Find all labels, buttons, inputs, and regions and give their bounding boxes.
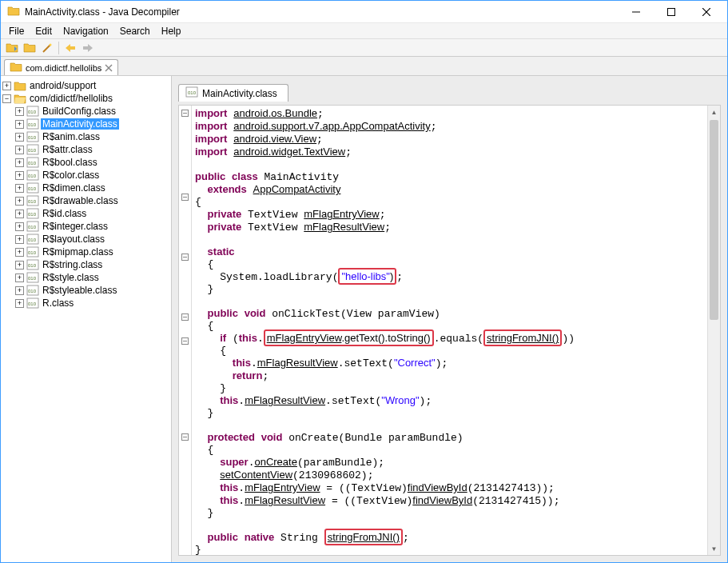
fold-toggle[interactable] [179,191,191,203]
expand-icon[interactable]: + [15,222,24,231]
expand-icon[interactable]: + [15,197,24,206]
expand-icon[interactable]: + [15,107,24,116]
fold-toggle [179,419,191,431]
tree-class-item[interactable]: +010R$integer.class [1,220,171,233]
open-button[interactable] [4,41,20,55]
back-button[interactable] [62,41,78,55]
window-title: MainActivity.class - Java Decompiler [25,6,619,18]
tree-class-item[interactable]: +010R$anim.class [1,130,171,143]
tree-class-item[interactable]: +010MainActivity.class [1,118,171,130]
menu-search[interactable]: Search [115,24,155,38]
tree-class-item[interactable]: +010R$mipmap.class [1,246,171,258]
class-file-icon: 010 [185,86,198,100]
scroll-down-arrow[interactable]: ▼ [708,542,720,555]
tree-class-item[interactable]: +010R$layout.class [1,233,171,246]
open-folder-button[interactable] [22,41,38,55]
tree-class-item[interactable]: +010R.class [1,297,171,309]
close-button[interactable] [689,2,724,22]
folder-open-icon [14,93,26,104]
svg-text:010: 010 [28,212,37,217]
expand-icon[interactable]: + [15,184,24,193]
svg-text:010: 010 [188,90,197,95]
fold-toggle[interactable] [179,251,191,263]
expand-icon[interactable]: + [15,261,24,270]
menu-navigation[interactable]: Navigation [58,24,113,38]
expand-icon[interactable]: + [15,158,24,167]
package-tab-label: com.didictf.hellolibs [26,63,101,73]
fold-toggle [179,119,191,131]
scroll-up-arrow[interactable]: ▲ [708,106,720,118]
svg-text:010: 010 [28,276,37,281]
fold-toggle [179,347,191,359]
collapse-icon[interactable]: − [2,94,11,103]
window-controls [619,2,724,22]
fold-toggle [179,515,191,527]
fold-toggle [179,407,191,419]
forward-button[interactable] [80,41,96,55]
minimize-button[interactable] [619,2,654,22]
expand-icon[interactable]: + [15,299,24,308]
expand-icon[interactable]: + [15,248,24,257]
expand-icon[interactable]: + [15,146,24,154]
vertical-scrollbar[interactable]: ▲ ▼ [707,106,720,555]
menu-file[interactable]: File [4,24,29,38]
svg-text:010: 010 [28,199,37,204]
maximize-button[interactable] [654,2,689,22]
tree-class-item[interactable]: +010R$styleable.class [1,284,171,297]
fold-toggle [179,203,191,215]
tree-label: com/didictf/hellolibs [28,93,114,104]
menu-help[interactable]: Help [157,24,186,38]
tree-class-item[interactable]: +010R$drawable.class [1,194,171,207]
tree-class-item[interactable]: +010R$style.class [1,271,171,284]
expand-icon[interactable]: + [15,286,24,295]
fold-toggle[interactable] [179,431,191,443]
tree-package[interactable]: −com/didictf/hellolibs [1,92,171,105]
folder-icon [14,80,26,91]
menu-edit[interactable]: Edit [30,24,57,38]
fold-toggle [179,179,191,191]
tree-class-item[interactable]: +010R$dimen.class [1,182,171,194]
tree-class-item[interactable]: +010R$id.class [1,207,171,220]
editor-tab[interactable]: 010 MainActivity.class [178,84,288,102]
fold-gutter[interactable] [179,106,192,555]
fold-toggle [179,143,191,155]
fold-toggle [179,383,191,395]
expand-icon[interactable]: + [15,171,24,180]
svg-text:010: 010 [28,301,37,306]
tree-class-item[interactable]: +010R$bool.class [1,156,171,169]
expand-icon[interactable]: + [15,274,24,282]
tab-close-icon[interactable] [105,64,113,72]
code-editor[interactable]: import android.os.Bundle; import android… [178,105,721,556]
svg-text:010: 010 [28,122,37,127]
tree-label: R$mipmap.class [41,246,115,258]
class-file-icon: 010 [26,234,39,245]
fold-toggle[interactable] [179,107,191,119]
tree-package[interactable]: +android/support [1,79,171,92]
editor-area: 010 MainActivity.class import android.os… [172,76,727,562]
expand-icon[interactable]: + [2,82,11,90]
tree-label: R$attr.class [41,144,94,155]
toolbar [1,39,727,57]
expand-icon[interactable]: + [15,235,24,244]
fold-toggle[interactable] [179,335,191,347]
menubar: File Edit Navigation Search Help [1,23,727,39]
package-tab[interactable]: com.didictf.hellolibs [4,59,118,75]
expand-icon[interactable]: + [15,120,24,129]
fold-toggle [179,263,191,275]
tree-label: android/support [28,80,97,91]
fold-toggle[interactable] [179,311,191,323]
code-area[interactable]: import android.os.Bundle; import android… [192,106,707,555]
expand-icon[interactable]: + [15,210,24,218]
tree-class-item[interactable]: +010R$attr.class [1,143,171,156]
tree-class-item[interactable]: +010R$string.class [1,258,171,271]
tree-label: R$string.class [41,259,104,270]
scroll-thumb[interactable] [710,120,718,320]
folder-icon [10,62,22,74]
tree-class-item[interactable]: +010R$color.class [1,169,171,182]
expand-icon[interactable]: + [15,133,24,142]
package-tree[interactable]: +android/support−com/didictf/hellolibs+0… [1,76,172,562]
tree-class-item[interactable]: +010BuildConfig.class [1,105,171,118]
wand-icon[interactable] [39,41,55,55]
svg-text:010: 010 [28,135,37,140]
tree-label: R$id.class [41,208,88,219]
